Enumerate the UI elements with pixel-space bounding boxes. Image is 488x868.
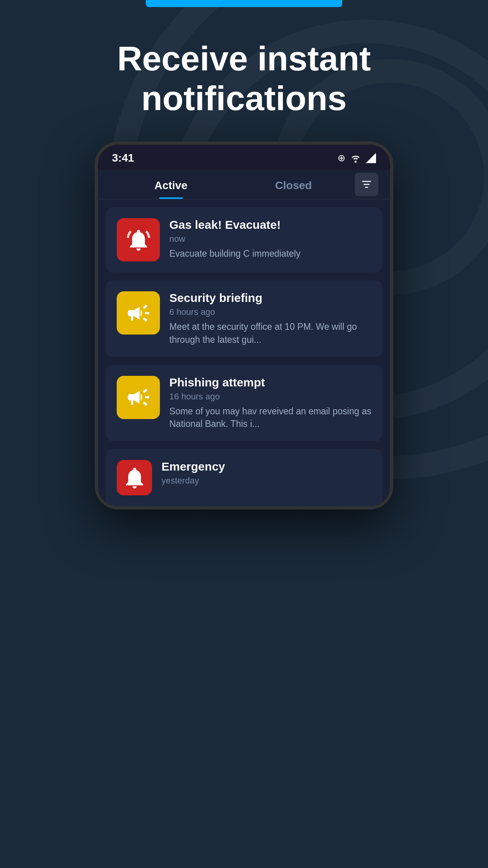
notif-body-gas-leak: Evacuate building C immediately bbox=[169, 247, 371, 260]
notif-body-phishing: Some of you may hav reveived an email po… bbox=[169, 405, 371, 430]
notif-time-gas-leak: now bbox=[169, 234, 371, 244]
notif-title-emergency: Emergency bbox=[161, 460, 371, 473]
notif-content-phishing: Phishing attempt 16 hours ago Some of yo… bbox=[169, 376, 371, 430]
svg-marker-0 bbox=[366, 153, 376, 163]
wifi-icon bbox=[349, 153, 362, 163]
notif-icon-security-briefing bbox=[117, 291, 160, 335]
notif-content-emergency: Emergency yesterday bbox=[161, 460, 371, 489]
notification-card-emergency[interactable]: Emergency yesterday bbox=[106, 449, 382, 506]
hero-section: Receive instant notifications bbox=[0, 7, 488, 142]
notif-title-security-briefing: Security briefing bbox=[169, 291, 371, 305]
notif-icon-phishing bbox=[117, 376, 160, 419]
notif-title-phishing: Phishing attempt bbox=[169, 376, 371, 389]
notif-icon-gas-leak bbox=[117, 218, 160, 261]
notification-card-gas-leak[interactable]: Gas leak! Evacuate! now Evacuate buildin… bbox=[106, 207, 382, 272]
signal-icon bbox=[366, 153, 376, 163]
notif-time-phishing: 16 hours ago bbox=[169, 392, 371, 402]
notif-body-security-briefing: Meet at the security office at 10 PM. We… bbox=[169, 320, 371, 346]
notif-content-security-briefing: Security briefing 6 hours ago Meet at th… bbox=[169, 291, 371, 346]
hero-title: Receive instant notifications bbox=[39, 39, 449, 118]
tab-closed[interactable]: Closed bbox=[232, 170, 355, 199]
phone-frame: 3:41 ⊕ Active Closed bbox=[95, 142, 393, 509]
status-bar: 3:41 ⊕ bbox=[98, 145, 390, 170]
notification-card-security-briefing[interactable]: Security briefing 6 hours ago Meet at th… bbox=[106, 280, 382, 357]
notifications-list: Gas leak! Evacuate! now Evacuate buildin… bbox=[98, 199, 390, 506]
tab-bar: Active Closed bbox=[98, 170, 390, 199]
top-accent-bar bbox=[146, 0, 342, 7]
notif-time-security-briefing: 6 hours ago bbox=[169, 307, 371, 317]
notif-time-emergency: yesterday bbox=[161, 476, 371, 486]
location-icon: ⊕ bbox=[338, 153, 345, 164]
notif-content-gas-leak: Gas leak! Evacuate! now Evacuate buildin… bbox=[169, 218, 371, 260]
tab-active[interactable]: Active bbox=[110, 170, 232, 199]
status-time: 3:41 bbox=[112, 152, 134, 164]
notif-icon-emergency bbox=[117, 460, 152, 495]
phone-wrapper: 3:41 ⊕ Active Closed bbox=[0, 142, 488, 533]
notif-title-gas-leak: Gas leak! Evacuate! bbox=[169, 218, 371, 232]
filter-button[interactable] bbox=[355, 173, 378, 196]
notification-card-phishing[interactable]: Phishing attempt 16 hours ago Some of yo… bbox=[106, 365, 382, 441]
